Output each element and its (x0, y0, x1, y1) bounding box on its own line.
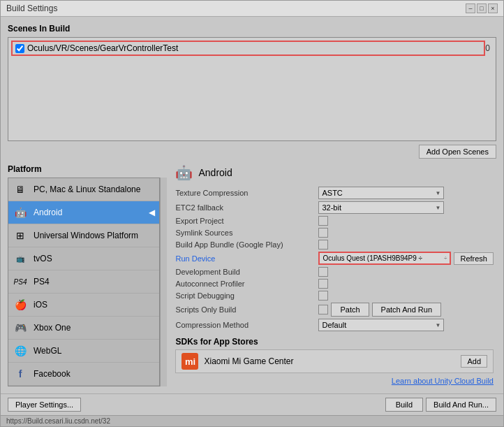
script-debugging-label: Script Debugging (175, 291, 315, 300)
add-open-scenes-row: Add Open Scenes (8, 145, 496, 159)
run-device-label[interactable]: Run Device (175, 254, 315, 263)
main-content: Scenes In Build Oculus/VR/Scenes/GearVrC… (1, 17, 503, 393)
platform-scrollbar[interactable] (160, 178, 167, 386)
standalone-icon: 🖥 (13, 182, 28, 197)
platform-item-facebook[interactable]: f Facebook (8, 363, 159, 386)
platform-item-tvos[interactable]: 📺 tvOS (8, 247, 159, 270)
build-and-run-button[interactable]: Build And Run... (426, 398, 496, 412)
player-settings-button[interactable]: Player Settings... (8, 398, 81, 412)
development-build-value (318, 267, 494, 277)
etc2-fallback-value: 32-bit ▼ (318, 201, 494, 214)
platform-name-webgl: WebGL (34, 346, 155, 356)
title-bar-controls: – □ × (466, 3, 498, 13)
bottom-bar: Player Settings... Build Build And Run..… (1, 393, 503, 415)
compression-method-label: Compression Method (175, 321, 315, 329)
autoconnect-profiler-checkbox[interactable] (318, 279, 328, 289)
texture-compression-select[interactable]: ASTC ▼ (318, 187, 444, 199)
android-settings: 🤖 Android Texture Compression ASTC ▼ ETC… (172, 164, 496, 386)
android-icon: 🤖 (13, 205, 28, 220)
platform-item-ps4[interactable]: PS4 PS4 (8, 270, 159, 294)
platform-item-uwp[interactable]: ⊞ Universal Windows Platform (8, 224, 159, 247)
run-device-value: Oculus Quest (1PASH9B94P9 ÷ ÷ Refresh (318, 252, 494, 265)
patch-button[interactable]: Patch (331, 303, 369, 317)
texture-compression-label: Texture Compression (175, 189, 315, 197)
scene-row: Oculus/VR/Scenes/GearVrControllerTest 0 (11, 41, 493, 56)
scenes-list: Oculus/VR/Scenes/GearVrControllerTest 0 (8, 37, 496, 141)
compression-method-arrow: ▼ (436, 322, 441, 328)
platform-label: Platform (8, 164, 167, 174)
add-open-scenes-button[interactable]: Add Open Scenes (419, 145, 496, 159)
platform-name-tvos: tvOS (34, 254, 155, 263)
compression-method-value: Default ▼ (318, 319, 494, 331)
webgl-icon: 🌐 (13, 343, 28, 359)
patch-run-row: Patch Patch And Run (331, 303, 441, 317)
platform-item-xbox[interactable]: 🎮 Xbox One (8, 317, 159, 340)
run-device-select[interactable]: Oculus Quest (1PASH9B94P9 ÷ ÷ (318, 252, 451, 265)
symlink-sources-value (318, 228, 494, 238)
android-title: Android (198, 167, 232, 178)
platform-name-facebook: Facebook (34, 369, 155, 379)
close-button[interactable]: × (488, 3, 498, 13)
platform-section: Platform 🖥 PC, Mac & Linux Standalone 🤖 … (8, 164, 496, 386)
scripts-only-build-checkbox[interactable] (318, 305, 328, 314)
bottom-left: Player Settings... (8, 398, 81, 412)
development-build-label: Development Build (175, 268, 315, 276)
status-text: https://Build.cesari.liu.csdn.net/32 (6, 417, 110, 425)
development-build-checkbox[interactable] (318, 267, 328, 277)
cloud-build-link-row: Learn about Unity Cloud Build (175, 376, 494, 386)
platform-list: 🖥 PC, Mac & Linux Standalone 🤖 Android ◀… (8, 178, 160, 386)
platform-item-ios[interactable]: 🍎 iOS (8, 294, 159, 317)
scripts-only-build-value: Patch Patch And Run (318, 303, 494, 317)
patch-and-run-button[interactable]: Patch And Run (372, 303, 441, 317)
platform-name-ios: iOS (34, 300, 155, 310)
maximize-button[interactable]: □ (477, 3, 487, 13)
cloud-build-link[interactable]: Learn about Unity Cloud Build (392, 377, 494, 385)
platform-name-android: Android (34, 208, 143, 217)
ios-icon: 🍎 (13, 297, 28, 312)
etc2-fallback-arrow: ▼ (436, 205, 441, 211)
sdk-item: mi Xiaomi Mi Game Center Add (175, 349, 494, 373)
status-bar: https://Build.cesari.liu.csdn.net/32 (1, 415, 503, 426)
autoconnect-profiler-label: Autoconnect Profiler (175, 280, 315, 288)
refresh-button[interactable]: Refresh (454, 252, 494, 265)
platform-item-webgl[interactable]: 🌐 WebGL (8, 340, 159, 363)
etc2-fallback-label: ETC2 fallback (175, 203, 315, 212)
scenes-section-title: Scenes In Build (8, 24, 496, 34)
export-project-checkbox[interactable] (318, 216, 328, 226)
run-device-arrow: ÷ (444, 255, 447, 261)
compression-method-select[interactable]: Default ▼ (318, 319, 444, 331)
export-project-value (318, 216, 494, 226)
autoconnect-profiler-value (318, 279, 494, 289)
symlink-sources-label: Symlink Sources (175, 229, 315, 237)
minimize-button[interactable]: – (466, 3, 475, 13)
build-button[interactable]: Build (385, 398, 423, 412)
platform-name-xbox: Xbox One (34, 323, 155, 333)
scene-item-highlighted: Oculus/VR/Scenes/GearVrControllerTest (11, 41, 485, 56)
scripts-only-build-label: Scripts Only Build (175, 305, 315, 314)
texture-compression-arrow: ▼ (436, 190, 441, 196)
android-header-icon: 🤖 (175, 164, 193, 181)
build-app-bundle-value (318, 240, 494, 249)
window-title: Build Settings (6, 3, 57, 13)
scene-checkbox[interactable] (15, 44, 24, 53)
sdks-section: SDKs for App Stores mi Xiaomi Mi Game Ce… (175, 337, 494, 386)
symlink-sources-checkbox[interactable] (318, 228, 328, 238)
android-selected-arrow: ◀ (149, 208, 155, 217)
platform-name-uwp: Universal Windows Platform (34, 231, 155, 240)
platform-name-standalone: PC, Mac & Linux Standalone (34, 184, 155, 194)
build-app-bundle-checkbox[interactable] (318, 240, 328, 249)
build-settings-window: Build Settings – □ × Scenes In Build Ocu… (0, 0, 504, 427)
texture-compression-value: ASTC ▼ (318, 187, 494, 199)
platform-item-standalone[interactable]: 🖥 PC, Mac & Linux Standalone (8, 178, 159, 201)
script-debugging-value (318, 291, 494, 301)
bottom-right: Build Build And Run... (385, 398, 496, 412)
script-debugging-checkbox[interactable] (318, 291, 328, 301)
sdks-title: SDKs for App Stores (175, 337, 494, 347)
etc2-fallback-select[interactable]: 32-bit ▼ (318, 201, 444, 214)
add-sdk-button[interactable]: Add (461, 355, 487, 368)
title-bar: Build Settings – □ × (1, 1, 503, 17)
export-project-label: Export Project (175, 217, 315, 225)
uwp-icon: ⊞ (13, 228, 28, 243)
platform-item-android[interactable]: 🤖 Android ◀ (8, 201, 159, 224)
build-app-bundle-label: Build App Bundle (Google Play) (175, 240, 315, 249)
